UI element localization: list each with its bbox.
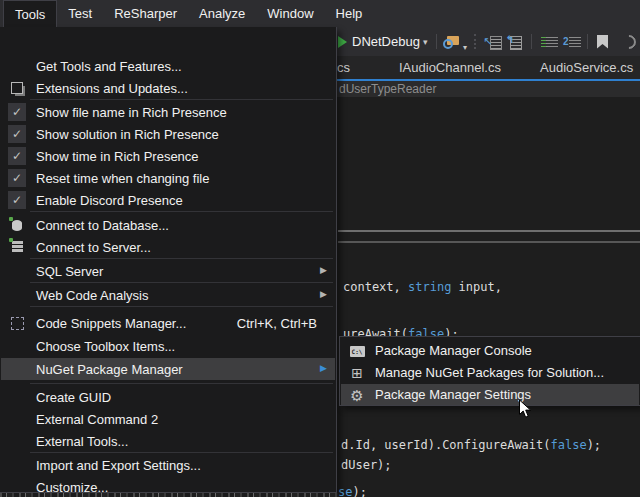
menu-item-connect-to-server[interactable]: Connect to Server...	[1, 236, 335, 258]
menu-item-label: Show file name in Rich Presence	[36, 105, 227, 120]
database-icon	[7, 216, 27, 234]
code-keyword: se	[338, 485, 352, 497]
code-line: context, string input,	[343, 280, 502, 294]
menu-item-connect-to-database[interactable]: Connect to Database...	[1, 214, 335, 236]
checkbox-checked: ✓	[7, 147, 27, 165]
menu-separator	[30, 258, 333, 259]
menu-item-package-manager-console[interactable]: C:\Package Manager Console	[341, 340, 639, 361]
menu-item-import-and-export-settings[interactable]: Import and Export Settings...	[1, 454, 335, 476]
check-icon: ✓	[8, 103, 26, 121]
menu-item-label: Package Manager Settings	[375, 387, 531, 402]
menu-item-external-command-2[interactable]: External Command 2	[1, 408, 335, 430]
indent-lines-icon	[541, 34, 557, 50]
icon-placeholder	[7, 432, 27, 450]
code-line: d.Id, userId).ConfigureAwait(false);	[341, 438, 601, 452]
icon-placeholder	[7, 388, 27, 406]
code-line: se);	[338, 485, 367, 497]
menu-item-nuget-package-manager[interactable]: NuGet Package Manager▶	[1, 358, 335, 380]
icon-placeholder	[7, 360, 27, 378]
menu-item-label: NuGet Package Manager	[36, 362, 183, 377]
console-icon: C:\	[350, 346, 365, 357]
menu-item-choose-toolbox-items[interactable]: Choose Toolbox Items...	[1, 335, 335, 357]
menu-item-label: Get Tools and Features...	[36, 59, 182, 74]
menu-item-enable-discord-presence[interactable]: ✓Enable Discord Presence	[1, 189, 335, 211]
indent-arrow-icon: 2	[564, 34, 580, 50]
breadcrumb[interactable]: dUserTypeReader	[339, 82, 436, 96]
menu-item-show-file-name-in-rich-presence[interactable]: ✓Show file name in Rich Presence	[1, 101, 335, 123]
snippets-icon	[7, 314, 27, 332]
menu-item-create-guid[interactable]: Create GUID	[1, 386, 335, 408]
run-config-caret-icon[interactable]: ▾	[423, 27, 428, 56]
toolbar-separator	[531, 34, 532, 49]
format-selection-icon[interactable]: 2	[564, 27, 580, 56]
menu-item-label: Import and Export Settings...	[36, 458, 201, 473]
check-icon: ✓	[8, 147, 26, 165]
icon-placeholder	[7, 262, 27, 280]
toolbar-separator	[587, 34, 588, 49]
vs-window: context, string input,ureAwait(false);d.…	[0, 0, 640, 497]
menu-item-extensions-and-updates[interactable]: Extensions and Updates...	[1, 77, 335, 99]
start-debug-icon[interactable]	[338, 27, 347, 56]
play-icon	[338, 36, 347, 48]
run-config-label[interactable]: DNetDebug	[352, 27, 420, 56]
menu-item-label: Code Snippets Manager...	[36, 316, 186, 331]
copy-code-icon[interactable]: ↰	[508, 27, 524, 56]
icon-placeholder	[7, 456, 27, 474]
submenu-arrow-icon: ▶	[320, 289, 327, 299]
checkbox-checked: ✓	[7, 191, 27, 209]
bookmark-icon[interactable]	[597, 27, 608, 56]
checkbox-checked: ✓	[7, 103, 27, 121]
prev-bookmark-icon[interactable]	[622, 27, 636, 56]
menubar-item-resharper[interactable]: ReSharper	[103, 0, 188, 27]
tab-audioservice[interactable]: AudioService.cs	[540, 60, 633, 75]
menu-item-label: Package Manager Console	[375, 343, 532, 358]
menu-item-show-solution-in-rich-presence[interactable]: ✓Show solution in Rich Presence	[1, 123, 335, 145]
menu-item-manage-nuget-packages-for-solution[interactable]: ⊞Manage NuGet Packages for Solution...	[341, 362, 639, 383]
menu-item-get-tools-and-features[interactable]: Get Tools and Features...	[1, 55, 335, 77]
menu-item-label: Show time in Rich Presence	[36, 149, 199, 164]
menu-item-label: Connect to Server...	[36, 240, 151, 255]
check-icon: ✓	[8, 125, 26, 143]
code-keyword: string	[408, 280, 451, 294]
navigate-to-icon[interactable]: ↖	[485, 27, 501, 56]
code-text: input,	[451, 280, 502, 294]
menubar-item-window[interactable]: Window	[256, 0, 324, 27]
server-icon	[12, 241, 23, 253]
menu-item-web-code-analysis[interactable]: Web Code Analysis▶	[1, 284, 335, 306]
menu-separator	[30, 211, 333, 212]
format-document-icon[interactable]	[541, 27, 557, 56]
menu-separator	[30, 99, 333, 100]
attach-to-process-icon[interactable]	[443, 27, 459, 56]
menu-item-label: Enable Discord Presence	[36, 193, 183, 208]
code-text: );	[587, 438, 601, 452]
checkbox-checked: ✓	[7, 169, 27, 187]
menu-item-package-manager-settings[interactable]: ⚙Package Manager Settings	[341, 384, 639, 405]
menu-item-show-time-in-rich-presence[interactable]: ✓Show time in Rich Presence	[1, 145, 335, 167]
tab-iaudiochannel[interactable]: IAudioChannel.cs	[399, 60, 501, 75]
menu-item-sql-server[interactable]: SQL Server▶	[1, 260, 335, 282]
icon-placeholder	[7, 337, 27, 355]
menubar-item-analyze[interactable]: Analyze	[188, 0, 256, 27]
menu-item-label: SQL Server	[36, 264, 103, 279]
menu-item-reset-time-when-changing-file[interactable]: ✓Reset time when changing file	[1, 167, 335, 189]
menu-item-label: Choose Toolbox Items...	[36, 339, 175, 354]
code-keyword: false	[551, 438, 587, 452]
menu-item-code-snippets-manager[interactable]: Code Snippets Manager...Ctrl+K, Ctrl+B	[1, 312, 335, 334]
menu-item-label: Reset time when changing file	[36, 171, 209, 186]
document-copy-icon: ↰	[508, 34, 524, 50]
submenu-arrow-icon: ▶	[320, 265, 327, 275]
icon-placeholder	[7, 286, 27, 304]
menubar-item-help[interactable]: Help	[325, 0, 374, 27]
menu-item-label: External Tools...	[36, 434, 128, 449]
package-icon: ⊞	[347, 364, 367, 382]
icon-placeholder	[7, 57, 27, 75]
menubar-item-tools[interactable]: Tools	[3, 0, 57, 27]
menu-item-external-tools[interactable]: External Tools...	[1, 430, 335, 452]
menubar-item-test[interactable]: Test	[57, 0, 103, 27]
mouse-cursor	[518, 399, 532, 419]
database-icon	[12, 220, 22, 231]
toolbar-grip[interactable]	[474, 27, 478, 56]
tab-partial[interactable]: cs	[337, 60, 350, 75]
folder-search-icon	[443, 34, 459, 50]
server-icon	[7, 238, 27, 256]
